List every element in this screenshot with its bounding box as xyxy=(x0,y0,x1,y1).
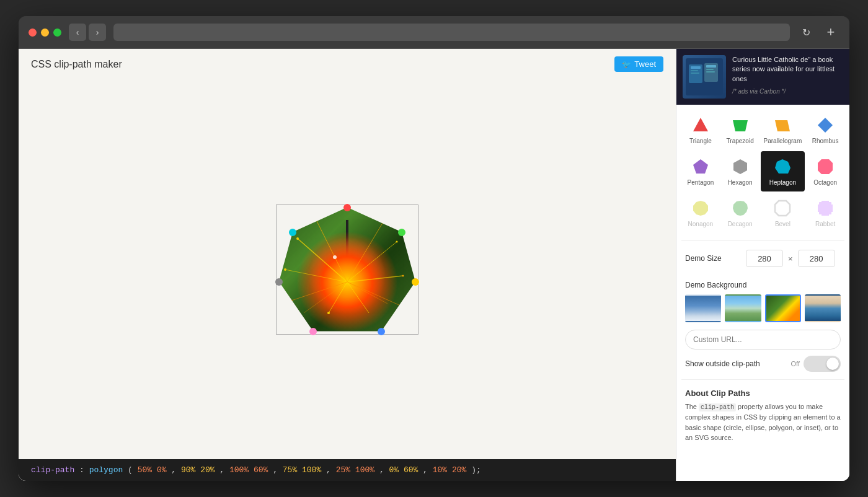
back-button[interactable]: ‹ xyxy=(69,24,86,41)
shape-decagon[interactable]: Decagon xyxy=(721,193,760,233)
code-comma-4: , xyxy=(326,465,336,475)
shape-triangle-label: Triangle xyxy=(689,138,712,144)
page-header: CSS clip-path maker 🐦 Tweet xyxy=(19,49,676,79)
pentagon-icon xyxy=(691,157,711,177)
about-text-1: The xyxy=(685,403,699,410)
shape-parallelogram[interactable]: Parallelogram xyxy=(761,110,805,150)
control-point-bottom-left[interactable] xyxy=(309,328,317,335)
shape-rabbet-label: Rabbet xyxy=(815,221,835,227)
svg-rect-23 xyxy=(691,66,701,69)
demo-height-input[interactable] xyxy=(798,250,835,267)
control-point-top-left[interactable] xyxy=(289,229,296,236)
decagon-icon xyxy=(730,198,750,218)
outside-clip-toggle[interactable] xyxy=(804,356,841,372)
svg-point-20 xyxy=(333,255,337,259)
heptagon-icon xyxy=(773,157,792,177)
svg-rect-24 xyxy=(691,70,698,71)
about-text: The clip-path property allows you to mak… xyxy=(685,402,841,443)
shape-nonagon[interactable]: Nonagon xyxy=(681,193,720,233)
bg-thumb-bridge[interactable] xyxy=(685,294,721,322)
control-point-bottom-right[interactable] xyxy=(412,278,419,286)
code-value-3: 100% 60% xyxy=(229,465,268,475)
minimize-button[interactable] xyxy=(41,29,49,37)
svg-line-8 xyxy=(329,282,347,313)
demo-size-label: Demo Size xyxy=(685,254,741,263)
shape-triangle[interactable]: Triangle xyxy=(681,110,720,150)
code-value-4: 75% 100% xyxy=(283,465,321,475)
shape-decagon-label: Decagon xyxy=(728,221,753,227)
code-function: polygon xyxy=(89,465,123,475)
shape-rhombus-label: Rhombus xyxy=(812,138,839,144)
code-value-2: 90% 20% xyxy=(181,465,215,475)
size-separator: × xyxy=(788,254,793,263)
tweet-button[interactable]: 🐦 Tweet xyxy=(614,56,663,72)
svg-point-17 xyxy=(384,219,386,221)
rhombus-icon xyxy=(815,115,835,135)
code-paren-open: ( xyxy=(128,465,133,475)
svg-line-1 xyxy=(347,242,397,282)
toggle-container: Off xyxy=(791,356,841,372)
shape-rhombus[interactable]: Rhombus xyxy=(806,110,844,150)
svg-line-10 xyxy=(304,282,347,313)
svg-rect-28 xyxy=(706,69,714,70)
ad-banner: Curious Little Catholic de" a book serie… xyxy=(676,49,849,105)
address-bar[interactable] xyxy=(113,24,790,41)
code-comma-3: , xyxy=(273,465,283,475)
hexagon-icon xyxy=(730,157,750,177)
tweet-label: Tweet xyxy=(634,59,656,69)
shape-bevel[interactable]: Bevel xyxy=(761,193,805,233)
control-point-top-right[interactable] xyxy=(398,229,405,236)
code-comma-1: , xyxy=(171,465,181,475)
code-property: clip-path xyxy=(31,465,74,475)
svg-line-4 xyxy=(316,220,347,282)
control-point-bottom-right-2[interactable] xyxy=(378,328,385,335)
shape-bevel-label: Bevel xyxy=(775,221,790,227)
code-value-7: 10% 20% xyxy=(433,465,467,475)
parallelogram-icon xyxy=(773,115,792,135)
svg-marker-34 xyxy=(693,159,708,174)
shape-rabbet[interactable]: Rabbet xyxy=(806,193,844,233)
svg-rect-27 xyxy=(706,65,716,68)
reload-button[interactable]: ↻ xyxy=(797,24,815,41)
nav-buttons: ‹ › xyxy=(69,24,106,41)
shapes-grid: Triangle Trapezoid Parallelogram xyxy=(676,105,849,238)
shape-heptagon[interactable]: Heptagon xyxy=(761,151,805,191)
shape-octagon[interactable]: Octagon xyxy=(806,151,844,191)
shape-trapezoid[interactable]: Trapezoid xyxy=(721,110,760,150)
main-area: CSS clip-path maker 🐦 Tweet xyxy=(19,49,676,481)
about-code: clip-path xyxy=(699,403,736,411)
control-point-top[interactable] xyxy=(343,204,351,211)
shape-octagon-label: Octagon xyxy=(813,179,837,186)
svg-marker-30 xyxy=(693,118,708,131)
svg-line-5 xyxy=(347,220,384,282)
outside-clip-label: Show outside clip-path xyxy=(685,359,760,368)
shape-pentagon[interactable]: Pentagon xyxy=(681,151,720,191)
svg-point-18 xyxy=(291,299,293,301)
code-comma-5: , xyxy=(379,465,389,475)
bg-thumb-hills[interactable] xyxy=(725,294,761,322)
svg-marker-39 xyxy=(733,201,748,216)
bg-thumb-sparkle[interactable] xyxy=(765,294,801,322)
svg-rect-45 xyxy=(822,213,829,216)
svg-rect-41 xyxy=(819,202,831,214)
svg-marker-32 xyxy=(775,120,790,131)
svg-line-6 xyxy=(291,282,347,301)
svg-rect-44 xyxy=(822,201,829,203)
demo-width-input[interactable] xyxy=(746,250,783,267)
bg-thumb-ocean[interactable] xyxy=(805,294,841,322)
trapezoid-icon xyxy=(730,115,750,135)
close-button[interactable] xyxy=(29,29,37,37)
svg-marker-37 xyxy=(818,159,833,174)
custom-url-input[interactable] xyxy=(685,330,841,350)
new-tab-button[interactable]: + xyxy=(822,24,839,41)
svg-point-14 xyxy=(284,268,286,271)
svg-line-0 xyxy=(298,239,347,282)
canvas-area xyxy=(19,79,676,459)
shape-hexagon[interactable]: Hexagon xyxy=(721,151,760,191)
forward-button[interactable]: › xyxy=(89,24,106,41)
code-comma-2: , xyxy=(219,465,229,475)
divider-2 xyxy=(681,379,844,380)
browser-chrome: ‹ › ↻ + xyxy=(19,16,849,49)
maximize-button[interactable] xyxy=(53,29,61,37)
control-point-bottom-left-2[interactable] xyxy=(275,278,283,286)
